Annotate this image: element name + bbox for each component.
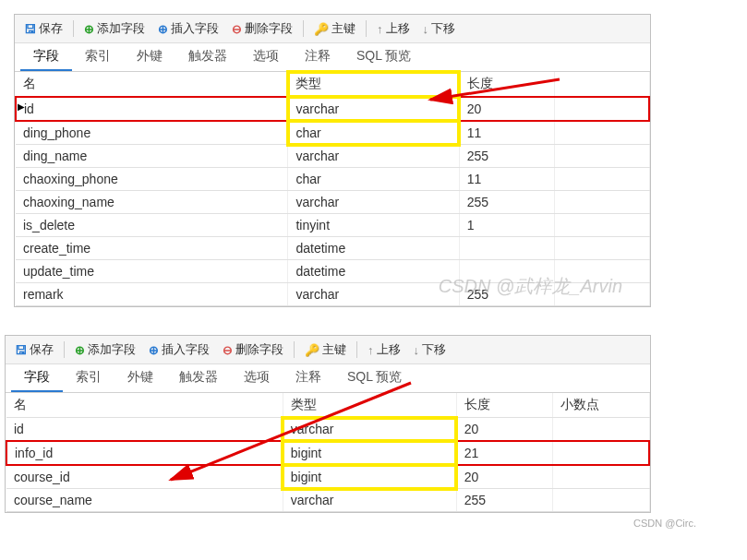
tab-fields[interactable]: 字段 bbox=[11, 364, 63, 392]
arrow-up-icon: ↑ bbox=[367, 343, 374, 357]
table-row[interactable]: ding_phonechar11 bbox=[16, 121, 649, 145]
save-icon: 🖫 bbox=[24, 22, 36, 36]
save-label: 保存 bbox=[39, 20, 63, 37]
table-editor-panel-2: 🖫保存 ⊕添加字段 ⊕插入字段 ⊖删除字段 🔑主键 ↑上移 ↓下移 字段 索引 … bbox=[5, 335, 651, 513]
tab-indexes[interactable]: 索引 bbox=[72, 43, 124, 71]
minus-icon: ⊖ bbox=[232, 22, 242, 36]
cell-length: 20 bbox=[456, 465, 552, 489]
table-row[interactable]: info_idbigint21 bbox=[6, 441, 649, 465]
tab-triggers[interactable]: 触发器 bbox=[166, 364, 231, 392]
tab-sqlpreview[interactable]: SQL 预览 bbox=[334, 364, 415, 392]
move-up-label: 上移 bbox=[377, 341, 401, 358]
table-row[interactable]: idvarchar20 bbox=[6, 418, 649, 442]
table-row[interactable]: remarkvarchar255 bbox=[16, 283, 649, 306]
move-up-label: 上移 bbox=[386, 20, 410, 37]
insert-field-button[interactable]: ⊕插入字段 bbox=[143, 340, 215, 360]
add-field-label: 添加字段 bbox=[97, 20, 145, 37]
table-row[interactable]: ▶id varchar 20 bbox=[16, 97, 649, 121]
cell-name: ding_phone bbox=[16, 121, 288, 145]
table-row[interactable]: update_timedatetime bbox=[16, 260, 649, 283]
cell-decimal bbox=[553, 441, 649, 465]
move-up-button[interactable]: ↑上移 bbox=[371, 18, 416, 39]
plus-icon: ⊕ bbox=[84, 22, 94, 36]
move-down-button[interactable]: ↓下移 bbox=[408, 340, 452, 360]
toolbar: 🖫保存 ⊕添加字段 ⊕插入字段 ⊖删除字段 🔑主键 ↑上移 ↓下移 bbox=[6, 336, 650, 364]
header-row: 名 类型 长度 小数点 bbox=[6, 393, 649, 418]
fields-grid[interactable]: 名 类型 长度 小数点 idvarchar20 info_idbigint21 … bbox=[6, 393, 650, 512]
cell-name: course_name bbox=[6, 489, 283, 512]
tab-triggers[interactable]: 触发器 bbox=[175, 43, 240, 71]
table-row[interactable]: chaoxing_phonechar11 bbox=[16, 168, 649, 191]
cell-decimal bbox=[553, 489, 649, 512]
cell-type: char bbox=[288, 121, 459, 145]
col-type[interactable]: 类型 bbox=[283, 393, 456, 418]
cell-type: varchar bbox=[283, 489, 456, 512]
tab-comments[interactable]: 注释 bbox=[292, 43, 343, 71]
header-row: 名 类型 长度 bbox=[16, 72, 649, 97]
tab-fkeys[interactable]: 外键 bbox=[114, 364, 166, 392]
table-row[interactable]: is_deletetinyint1 bbox=[16, 214, 649, 237]
move-up-button[interactable]: ↑上移 bbox=[362, 340, 406, 360]
save-label: 保存 bbox=[30, 341, 54, 358]
tab-fields[interactable]: 字段 bbox=[20, 43, 72, 71]
cell-length: 20 bbox=[467, 101, 482, 116]
table-row[interactable]: chaoxing_namevarchar255 bbox=[16, 191, 649, 214]
corner-watermark: CSDN @Circ. bbox=[633, 518, 696, 529]
table-row[interactable]: create_timedatetime bbox=[16, 237, 649, 260]
pkey-label: 主键 bbox=[331, 20, 355, 37]
cell-name: info_id bbox=[6, 441, 283, 465]
col-length[interactable]: 长度 bbox=[456, 393, 552, 418]
add-field-button[interactable]: ⊕添加字段 bbox=[69, 340, 141, 360]
cell-type: char bbox=[288, 168, 459, 191]
add-field-button[interactable]: ⊕添加字段 bbox=[78, 18, 151, 39]
save-button[interactable]: 🖫保存 bbox=[9, 340, 59, 360]
table-row[interactable]: ding_namevarchar255 bbox=[16, 145, 649, 168]
insert-icon: ⊕ bbox=[158, 22, 168, 36]
tab-options[interactable]: 选项 bbox=[231, 364, 283, 392]
cell-type: varchar bbox=[288, 145, 459, 168]
primary-key-button[interactable]: 🔑主键 bbox=[299, 340, 352, 360]
delete-field-button[interactable]: ⊖删除字段 bbox=[217, 340, 289, 360]
cell-name: remark bbox=[16, 283, 288, 306]
delete-field-button[interactable]: ⊖删除字段 bbox=[226, 18, 298, 39]
col-length[interactable]: 长度 bbox=[459, 72, 554, 97]
cell-type: varchar bbox=[295, 101, 339, 116]
cell-length: 20 bbox=[456, 418, 552, 442]
table-editor-panel-1: 🖫保存 ⊕添加字段 ⊕插入字段 ⊖删除字段 🔑主键 ↑上移 ↓下移 字段 索引 … bbox=[14, 14, 651, 307]
insert-icon: ⊕ bbox=[149, 343, 159, 357]
col-name[interactable]: 名 bbox=[6, 393, 283, 418]
table-row[interactable]: course_namevarchar255 bbox=[6, 489, 649, 512]
table-row[interactable]: course_idbigint20 bbox=[6, 465, 649, 489]
tab-comments[interactable]: 注释 bbox=[283, 364, 334, 392]
cell-length: 255 bbox=[456, 489, 552, 512]
save-button[interactable]: 🖫保存 bbox=[18, 18, 68, 39]
tab-indexes[interactable]: 索引 bbox=[63, 364, 114, 392]
tab-sqlpreview[interactable]: SQL 预览 bbox=[343, 43, 424, 71]
cell-decimal bbox=[553, 418, 649, 442]
insert-field-label: 插入字段 bbox=[162, 341, 210, 358]
primary-key-button[interactable]: 🔑主键 bbox=[308, 18, 361, 39]
col-decimal[interactable]: 小数点 bbox=[553, 393, 649, 418]
cell-length bbox=[459, 237, 554, 260]
cell-type: varchar bbox=[288, 191, 459, 214]
cell-type: varchar bbox=[288, 283, 459, 306]
cell-length: 255 bbox=[459, 191, 554, 214]
cell-type: datetime bbox=[288, 260, 459, 283]
cell-length: 1 bbox=[459, 214, 554, 237]
toolbar: 🖫保存 ⊕添加字段 ⊕插入字段 ⊖删除字段 🔑主键 ↑上移 ↓下移 bbox=[15, 15, 650, 43]
add-field-label: 添加字段 bbox=[88, 341, 136, 358]
cell-name: course_id bbox=[6, 465, 283, 489]
cell-type: bigint bbox=[283, 441, 456, 465]
tab-options[interactable]: 选项 bbox=[240, 43, 292, 71]
col-name[interactable]: 名 bbox=[16, 72, 288, 97]
col-type[interactable]: 类型 bbox=[288, 72, 459, 97]
insert-field-button[interactable]: ⊕插入字段 bbox=[152, 18, 224, 39]
row-marker-icon: ▶ bbox=[18, 101, 25, 112]
cell-name: ding_name bbox=[16, 145, 288, 168]
fields-grid[interactable]: 名 类型 长度 ▶id varchar 20 ding_phonechar11 … bbox=[15, 72, 650, 306]
key-icon: 🔑 bbox=[305, 343, 319, 357]
cell-length: 255 bbox=[459, 145, 554, 168]
move-down-button[interactable]: ↓下移 bbox=[417, 18, 462, 39]
cell-type: bigint bbox=[283, 465, 456, 489]
tab-fkeys[interactable]: 外键 bbox=[124, 43, 175, 71]
